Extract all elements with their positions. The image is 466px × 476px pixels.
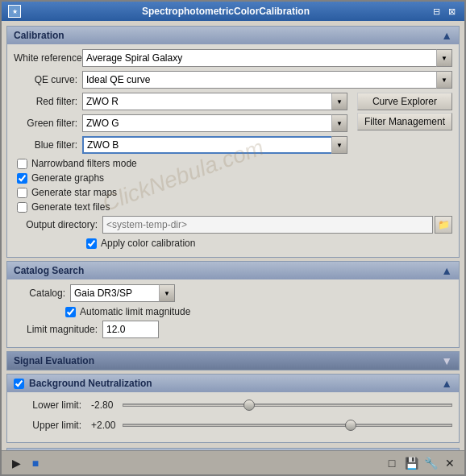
catalog-search-header[interactable]: Catalog Search ▲ [7, 262, 459, 279]
white-reference-select-wrapper: Average Spiral Galaxy Sun Custom ▼ [82, 49, 452, 67]
red-filter-select[interactable]: ZWO R ZWO G ZWO B [82, 93, 347, 110]
blue-filter-row: Blue filter: ZWO R ZWO G ZWO B ▼ [14, 136, 347, 154]
auto-limit-checkbox[interactable] [65, 307, 76, 317]
background-neutralization-collapse-icon: ▲ [441, 377, 452, 390]
white-reference-select[interactable]: Average Spiral Galaxy Sun Custom [82, 49, 452, 67]
maximize-button[interactable]: ⊠ [446, 6, 458, 17]
output-directory-row: Output directory: 📁 [14, 216, 452, 234]
green-filter-label: Green filter: [14, 118, 82, 129]
play-icon[interactable]: ▶ [8, 455, 24, 471]
catalog-search-collapse-icon: ▲ [441, 264, 452, 277]
apply-color-calibration-checkbox[interactable] [86, 238, 97, 249]
green-filter-row: Green filter: ZWO R ZWO G ZWO B ▼ [14, 114, 347, 132]
generate-star-maps-checkbox[interactable] [17, 188, 27, 198]
wrench-icon[interactable]: 🔧 [422, 455, 439, 471]
qe-curve-label: QE curve: [14, 74, 82, 85]
lower-limit-slider[interactable] [123, 404, 452, 407]
minimize-button[interactable]: ⊟ [431, 6, 443, 17]
close-icon[interactable]: ✕ [442, 455, 458, 471]
green-filter-select[interactable]: ZWO R ZWO G ZWO B [82, 114, 347, 132]
qe-curve-row: QE curve: Ideal QE curve Custom ▼ [14, 71, 452, 89]
catalog-label: Catalog: [14, 288, 70, 299]
main-content: Calibration ▲ White reference: Average S… [2, 21, 464, 450]
blue-filter-select[interactable]: ZWO R ZWO G ZWO B [82, 136, 347, 154]
apply-color-calibration-label[interactable]: Apply color calibration [101, 238, 195, 249]
generate-graphs-checkbox[interactable] [17, 173, 27, 184]
background-neutralization-header[interactable]: Background Neutralization ▲ [7, 375, 459, 392]
folder-button[interactable]: 📁 [435, 216, 452, 234]
generate-text-files-label[interactable]: Generate text files [31, 201, 110, 213]
upper-limit-slider-container [123, 417, 452, 433]
auto-limit-row: Automatic limit magnitude [62, 306, 452, 317]
app-icon: ★ [8, 5, 21, 18]
background-neutralization-title[interactable]: Background Neutralization [29, 378, 152, 389]
white-reference-row: White reference: Average Spiral Galaxy S… [14, 49, 452, 67]
titlebar: ★ SpectrophotometricColorCalibration ⊟ ⊠ [2, 2, 464, 21]
signal-evaluation-title: Signal Evaluation [14, 355, 94, 366]
generate-star-maps-label[interactable]: Generate star maps [31, 187, 117, 198]
upper-limit-slider[interactable] [123, 424, 452, 427]
auto-limit-label[interactable]: Automatic limit magnitude [80, 306, 190, 317]
generate-graphs-row: Generate graphs [14, 172, 452, 184]
signal-evaluation-section: Signal Evaluation ▼ [6, 351, 460, 370]
qe-curve-select-wrapper: Ideal QE curve Custom ▼ [82, 71, 452, 89]
lower-limit-value: -2.80 [86, 399, 123, 411]
red-filter-row: Red filter: ZWO R ZWO G ZWO B ▼ [14, 93, 347, 110]
catalog-search-title: Catalog Search [14, 265, 84, 276]
upper-limit-row: Upper limit: +2.00 [14, 417, 452, 433]
catalog-select[interactable]: Gaia DR3/SP AAVSO Custom [70, 284, 175, 302]
signal-evaluation-collapse-icon: ▼ [441, 354, 452, 367]
calibration-header[interactable]: Calibration ▲ [7, 27, 459, 44]
red-filter-label: Red filter: [14, 96, 82, 107]
bg-header-left: Background Neutralization [14, 378, 152, 389]
save-icon[interactable]: 💾 [403, 455, 419, 471]
output-directory-label: Output directory: [14, 219, 102, 230]
narrowband-label[interactable]: Narrowband filters mode [31, 158, 137, 169]
calibration-body: White reference: Average Spiral Galaxy S… [7, 44, 459, 257]
limit-magnitude-input[interactable] [102, 321, 159, 338]
limit-magnitude-row: Limit magnitude: [14, 321, 452, 338]
main-window: ★ SpectrophotometricColorCalibration ⊟ ⊠… [0, 0, 466, 476]
white-reference-label: White reference: [14, 52, 82, 64]
calibration-section: Calibration ▲ White reference: Average S… [6, 26, 460, 258]
qe-curve-select[interactable]: Ideal QE curve Custom [82, 71, 452, 89]
catalog-select-wrapper: Gaia DR3/SP AAVSO Custom ▼ [70, 284, 175, 302]
generate-text-files-row: Generate text files [14, 201, 452, 213]
generate-graphs-label[interactable]: Generate graphs [31, 172, 104, 184]
bottom-bar: ▶ ■ □ 💾 🔧 ✕ [2, 450, 464, 474]
green-filter-select-wrapper: ZWO R ZWO G ZWO B ▼ [82, 114, 347, 132]
lower-limit-label: Lower limit: [14, 399, 86, 411]
background-neutralization-checkbox[interactable] [14, 379, 24, 389]
lower-limit-row: Lower limit: -2.80 [14, 397, 452, 413]
catalog-row: Catalog: Gaia DR3/SP AAVSO Custom ▼ [14, 284, 452, 302]
blue-filter-label: Blue filter: [14, 139, 82, 151]
filter-management-button[interactable]: Filter Management [357, 113, 452, 130]
upper-limit-value: +2.00 [86, 420, 123, 431]
limit-magnitude-label: Limit magnitude: [14, 324, 102, 335]
red-filter-select-wrapper: ZWO R ZWO G ZWO B ▼ [82, 93, 347, 110]
narrowband-row: Narrowband filters mode [14, 158, 452, 169]
window-title: SpectrophotometricColorCalibration [21, 6, 431, 17]
catalog-search-body: Catalog: Gaia DR3/SP AAVSO Custom ▼ Auto… [7, 279, 459, 347]
background-neutralization-section: Background Neutralization ▲ Lower limit:… [6, 374, 460, 443]
signal-evaluation-header[interactable]: Signal Evaluation ▼ [7, 352, 459, 370]
bottom-right-controls: □ 💾 🔧 ✕ [384, 455, 458, 471]
generate-text-files-checkbox[interactable] [17, 202, 27, 213]
new-instance-icon[interactable]: □ [384, 455, 400, 471]
output-directory-input[interactable] [102, 216, 433, 234]
generate-star-maps-row: Generate star maps [14, 187, 452, 198]
catalog-search-section: Catalog Search ▲ Catalog: Gaia DR3/SP AA… [6, 261, 460, 348]
narrowband-checkbox[interactable] [17, 159, 27, 169]
bottom-left-controls: ▶ ■ [8, 455, 44, 471]
titlebar-controls: ⊟ ⊠ [431, 6, 458, 17]
apply-color-calibration-row: Apply color calibration [83, 238, 452, 249]
curve-explorer-button[interactable]: Curve Explorer [357, 93, 452, 110]
calibration-title: Calibration [14, 30, 64, 41]
stop-icon[interactable]: ■ [27, 455, 44, 471]
calibration-collapse-icon: ▲ [441, 29, 452, 42]
blue-filter-select-wrapper: ZWO R ZWO G ZWO B ▼ [82, 136, 347, 154]
background-neutralization-body: Lower limit: -2.80 Upper limit: +2.00 [7, 392, 459, 442]
upper-limit-label: Upper limit: [14, 420, 86, 431]
filter-buttons: Curve Explorer Filter Management [357, 93, 452, 130]
lower-limit-slider-container [123, 397, 452, 413]
